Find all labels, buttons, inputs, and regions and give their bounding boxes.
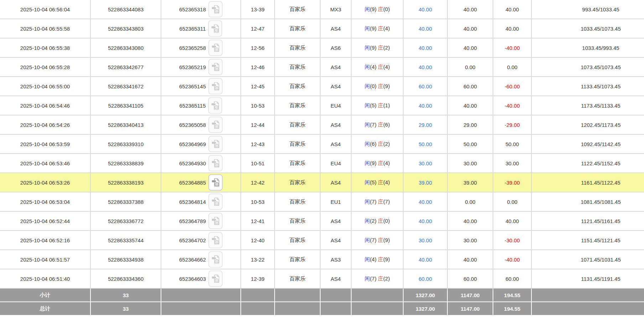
cell-game-result: 闲(9) 庄(4): [351, 154, 403, 173]
video-file-icon: [211, 62, 220, 72]
cell-shoe-round: 13-22: [241, 250, 275, 269]
banker-label: 庄: [378, 64, 383, 70]
banker-label: 庄: [378, 6, 383, 12]
table-row[interactable]: 2025-10-04 06:55:38522863343080652365258…: [0, 38, 644, 57]
cell-table-code: AS3: [320, 250, 351, 269]
video-file-icon: [211, 120, 220, 129]
cell-bet-time: 2025-10-04 06:52:44: [0, 211, 90, 231]
cell-bet-amount[interactable]: 60.00: [403, 77, 447, 96]
video-replay-button[interactable]: [208, 193, 223, 210]
cell-bet-amount[interactable]: 39.00: [403, 173, 447, 192]
table-row[interactable]: 2025-10-04 06:53:46522863338839652364930…: [0, 154, 644, 173]
cell-bet-amount[interactable]: 40.00: [403, 96, 447, 115]
cell-bet-amount[interactable]: 40.00: [403, 19, 447, 38]
round-number: 652364969: [179, 141, 206, 147]
cell-valid-bet: 40.00: [447, 0, 493, 19]
table-row[interactable]: 2025-10-04 06:55:58522863343803652365311…: [0, 19, 644, 38]
video-replay-button[interactable]: [208, 59, 223, 75]
cell-game-name: 百家乐: [275, 173, 320, 192]
cell-game-result: 闲(5) 庄(4): [351, 173, 403, 192]
video-replay-button[interactable]: [208, 155, 223, 171]
cell-game-result: 闲(7) 庄(9): [351, 231, 403, 250]
cell-bet-amount[interactable]: 40.00: [403, 211, 447, 231]
cell-bet-time: 2025-10-04 06:53:26: [0, 173, 90, 192]
round-number: 652364662: [179, 257, 206, 263]
player-label: 闲: [365, 6, 370, 12]
summary-empty-cell: [241, 302, 275, 315]
table-row[interactable]: 2025-10-04 06:55:00522863341672652365145…: [0, 77, 644, 96]
cell-table-code: EU4: [320, 154, 351, 173]
table-row[interactable]: 2025-10-04 06:53:59522863339310652364969…: [0, 134, 644, 154]
cell-valid-bet: 0.00: [447, 192, 493, 211]
cell-valid-bet: 40.00: [447, 250, 493, 269]
video-file-icon: [211, 236, 220, 245]
cell-shoe-round: 12-44: [241, 115, 275, 134]
cell-table-code: EU1: [320, 192, 351, 211]
bet-records-table-viewport: 2025-10-04 06:56:04522863344083652365318…: [0, 0, 644, 320]
video-replay-button[interactable]: [208, 97, 222, 114]
cell-bet-amount[interactable]: 29.00: [403, 115, 447, 134]
video-replay-button[interactable]: [208, 213, 223, 229]
cell-order-number: 522863343080: [90, 38, 161, 57]
video-replay-button[interactable]: [208, 20, 222, 37]
cell-bet-time: 2025-10-04 06:55:00: [0, 77, 90, 96]
cell-table-code: AS4: [320, 115, 351, 134]
banker-label: 庄: [378, 141, 383, 147]
video-file-icon: [211, 43, 220, 52]
cell-bet-amount[interactable]: 30.00: [403, 154, 447, 173]
round-number-group: 652364969: [161, 136, 240, 152]
cell-valid-bet: 30.00: [447, 231, 493, 250]
table-row[interactable]: 2025-10-04 06:54:26522863340413652365058…: [0, 115, 644, 134]
player-label: 闲: [365, 160, 370, 166]
cell-game-result: 闲(0) 庄(9): [351, 77, 403, 96]
cell-game-round: 652365058: [161, 115, 241, 134]
player-label: 闲: [365, 256, 370, 262]
video-replay-button[interactable]: [208, 136, 223, 152]
round-number-group: 652365058: [161, 117, 240, 133]
player-label: 闲: [365, 179, 370, 185]
cell-bet-amount[interactable]: 40.00: [403, 38, 447, 57]
cell-bet-amount[interactable]: 50.00: [403, 134, 447, 154]
cell-bet-amount[interactable]: 40.00: [403, 57, 447, 77]
cell-win-loss: -60.00: [493, 77, 531, 96]
video-replay-button[interactable]: [208, 1, 223, 17]
table-row[interactable]: 2025-10-04 06:52:44522863336772652364789…: [0, 211, 644, 231]
table-row[interactable]: 2025-10-04 06:52:16522863335744652364702…: [0, 231, 644, 250]
video-replay-button[interactable]: [208, 40, 223, 56]
cell-bet-amount[interactable]: 40.00: [403, 250, 447, 269]
cell-game-round: 652365145: [161, 77, 241, 96]
banker-label: 庄: [378, 275, 383, 282]
table-row[interactable]: 2025-10-04 06:56:04522863344083652365318…: [0, 0, 644, 19]
table-row[interactable]: 2025-10-04 06:54:46522863341105652365115…: [0, 96, 644, 115]
round-number: 652365219: [179, 64, 206, 70]
cell-bet-amount[interactable]: 30.00: [403, 231, 447, 250]
video-file-icon: [211, 139, 220, 149]
cell-game-result: 闲(9) 庄(0): [351, 0, 403, 19]
cell-bet-amount[interactable]: 40.00: [403, 0, 447, 19]
video-replay-button[interactable]: [208, 174, 223, 191]
cell-game-round: 652364603: [161, 269, 241, 288]
round-number: 652365311: [180, 26, 206, 32]
cell-win-loss: -30.00: [493, 231, 531, 250]
video-replay-button[interactable]: [208, 78, 223, 94]
video-replay-button[interactable]: [208, 251, 223, 268]
cell-bet-time: 2025-10-04 06:55:28: [0, 57, 90, 77]
cell-bet-amount[interactable]: 60.00: [403, 269, 447, 288]
round-number-group: 652365318: [161, 1, 240, 17]
cell-game-result: 闲(7) 庄(6): [351, 115, 403, 134]
cell-game-round: 652364662: [161, 250, 241, 269]
table-row[interactable]: 2025-10-04 06:51:40522863334360652364603…: [0, 269, 644, 288]
table-row[interactable]: 2025-10-04 06:55:28522863342677652365219…: [0, 57, 644, 77]
video-file-icon: [211, 178, 220, 187]
table-row[interactable]: 2025-10-04 06:51:57522863334938652364662…: [0, 250, 644, 269]
round-number-group: 652365311: [161, 20, 240, 37]
round-number: 652364702: [179, 237, 206, 243]
table-row-selected[interactable]: 2025-10-04 06:53:26522863338193652364885…: [0, 173, 644, 192]
table-row[interactable]: 2025-10-04 06:53:04522863337388652364814…: [0, 192, 644, 211]
video-replay-button[interactable]: [208, 270, 223, 287]
video-replay-button[interactable]: [208, 117, 223, 133]
cell-shoe-round: 10-53: [241, 96, 275, 115]
summary-win-loss-total: 194.55: [493, 288, 531, 302]
video-replay-button[interactable]: [208, 232, 223, 248]
cell-bet-amount[interactable]: 40.00: [403, 192, 447, 211]
